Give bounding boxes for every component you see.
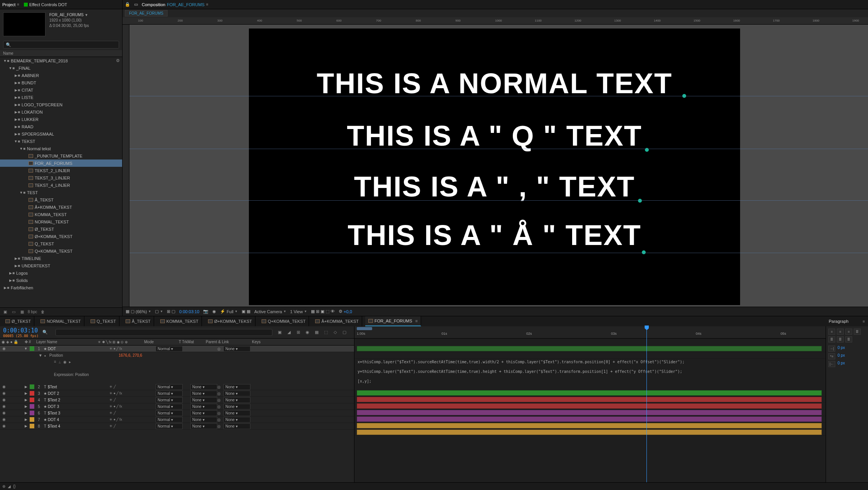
tree-item[interactable]: ▶■BUNDT (0, 79, 122, 86)
timeline-tab[interactable]: Å_TEKST (123, 316, 154, 326)
tree-item[interactable]: NORMAL_TEKST (0, 218, 122, 225)
layer-row[interactable]: ◉▶4T$Text 2✳ ╱Normal ▾None ▾◎None ▾ (0, 397, 354, 403)
toggle-in-out-icon[interactable]: {} (13, 484, 16, 488)
new-folder-icon[interactable]: ▭ (11, 309, 16, 315)
tree-item[interactable]: ▶■Farbflächen (0, 284, 122, 291)
justify-left-icon[interactable]: ≣ (854, 329, 861, 335)
dot-anchor[interactable] (638, 199, 642, 203)
tree-item[interactable]: TEKST_4_LINJER (0, 181, 122, 189)
graph-editor-icon[interactable]: ▦ (313, 329, 320, 336)
frame-blend-icon[interactable]: ⊞ (295, 329, 302, 336)
exposure[interactable]: ⚙ +0,0 (339, 309, 352, 314)
tree-item[interactable]: _PUNKTUM_TEMPLATE (0, 152, 122, 159)
layer-bar[interactable] (357, 397, 822, 402)
effect-controls-tab[interactable]: Effect Controls DOT (24, 2, 67, 7)
property-row[interactable]: ▼⬥Position1676,6, 270,6 (0, 352, 354, 359)
canvas[interactable]: THIS IS A NORMAL TEXTTHIS IS A " Q " TEX… (129, 25, 868, 307)
text-layer[interactable]: THIS IS A " Å " TEXT (249, 219, 740, 252)
preview-timecode[interactable]: 0:00:03:10 (179, 309, 199, 314)
tree-item[interactable]: FOR_AE_FORUMS (0, 159, 122, 167)
expression-line[interactable]: x=thisComp.layer("$Text").sourceRectAtTi… (354, 359, 826, 365)
col-parent[interactable]: Parent & Link (204, 340, 250, 344)
toggle-switches-icon[interactable]: ⊕ (2, 484, 5, 488)
tree-item[interactable]: ▶■UNDERTEKST (0, 262, 122, 269)
tree-item[interactable]: Q+KOMMA_TEKST (0, 247, 122, 255)
name-column-header[interactable]: Name (0, 50, 122, 57)
tree-item[interactable]: Ø_TEKST (0, 225, 122, 233)
guide-line[interactable] (129, 200, 868, 201)
text-layer[interactable]: THIS IS A " Q " TEXT (249, 119, 740, 152)
tree-item[interactable]: ▶■LOGO_TOPSCREEN (0, 101, 122, 108)
tree-item[interactable]: ▶■TIMELINE (0, 255, 122, 262)
timeline-tab[interactable]: Q_TEKST (87, 316, 119, 326)
tree-item[interactable]: TEKST_2_LINJER (0, 167, 122, 174)
tree-item[interactable]: Å+KOMMA_TEKST (0, 203, 122, 211)
expression-line[interactable]: y=thisComp.layer("$Text").sourceRectAtTi… (354, 368, 826, 375)
project-tree[interactable]: ▼■BEMAERK_TEMPLATE_2018⚙▼■_FINAL▶■AABNER… (0, 57, 122, 307)
timeline-tab[interactable]: KOMMA_TEKST (157, 316, 202, 326)
project-search[interactable]: 🔍 (3, 41, 119, 49)
col-layer-name[interactable]: Layer Name (35, 340, 96, 344)
tree-item[interactable]: ▶■LOKATION (0, 108, 122, 116)
comp-thumbnail[interactable] (3, 12, 45, 36)
interpret-icon[interactable]: ▣ (2, 309, 8, 315)
comp-flow-icon[interactable]: ▭ (133, 2, 139, 7)
tree-item[interactable]: ▶■SPOERGSMAAL (0, 130, 122, 138)
tree-item[interactable]: ▼■TEST (0, 189, 122, 196)
views-dropdown[interactable]: 1 View ▼ (290, 309, 307, 314)
toggle-modes-icon[interactable]: ◢ (8, 484, 11, 488)
tree-item[interactable]: ▼■TEKST (0, 138, 122, 145)
layer-bar[interactable] (357, 346, 822, 351)
paragraph-title[interactable]: Paragraph (829, 319, 848, 324)
col-mode[interactable]: Mode (143, 340, 177, 344)
tree-item[interactable]: ▶■LISTE (0, 94, 122, 101)
comp-name[interactable]: FOR_AE_FORUMS (49, 13, 84, 17)
bit-depth[interactable]: 8 bpc (28, 310, 37, 314)
timeline-tab[interactable]: NORMAL_TEKST (37, 316, 84, 326)
quality-dropdown[interactable]: ⚡ Full ▼ (220, 309, 238, 314)
timeline-right[interactable]: 1:00s01s02s03s04s05s x=thisComp.layer("$… (354, 326, 826, 482)
layer-row[interactable]: ◉▶8T$Text 4✳ ╱Normal ▾None ▾◎None ▾ (0, 423, 354, 430)
motion-blur-icon[interactable]: ◉ (304, 329, 311, 336)
indent-left-icon[interactable]: →| (828, 346, 835, 352)
layer-bar[interactable] (357, 410, 822, 415)
layer-bar[interactable] (357, 416, 822, 422)
tree-item[interactable]: ▼■_FINAL (0, 64, 122, 72)
time-ruler[interactable]: 1:00s01s02s03s04s05s (354, 326, 826, 339)
camera-dropdown[interactable]: Active Camera ▼ (254, 309, 286, 314)
tree-item[interactable]: TEKST_3_LINJER (0, 174, 122, 181)
justify-right-icon[interactable]: ≣ (837, 336, 844, 342)
tree-item[interactable]: ▶■Solids (0, 277, 122, 284)
shy-icon[interactable]: ◢ (285, 329, 292, 336)
grid-icon[interactable]: ⊞ ▢ (167, 309, 175, 314)
show-snapshot-icon[interactable]: ◉ (212, 309, 216, 314)
track-area[interactable]: x=thisComp.layer("$Text").sourceRectAtTi… (354, 339, 826, 482)
layer-list[interactable]: ◉▼1★DOT✳ ● ╱ fxNormal ▾◎None ▾▼⬥Position… (0, 346, 354, 430)
layer-row[interactable]: ◉▶7★DOT 4✳ ● ╱ fxNormal ▾None ▾◎None ▾ (0, 416, 354, 423)
tree-item[interactable]: ▶■AABNER (0, 72, 122, 79)
tree-item[interactable]: ▶■RAAD (0, 123, 122, 130)
brain-icon[interactable]: ⬚ (322, 329, 329, 336)
timeline-tabs[interactable]: Ø_TEKSTNORMAL_TEKSTQ_TEKSTÅ_TEKSTKOMMA_T… (0, 316, 826, 326)
timeline-timecode[interactable]: 0:00:03:10 (3, 327, 39, 334)
timeline-tab[interactable]: Q+KOMMA_TEKST (259, 316, 309, 326)
layer-bar[interactable] (357, 390, 822, 396)
roi-icon[interactable]: ▣ ▦ (242, 309, 250, 314)
expression-controls[interactable]: =⟂◉▸ (0, 359, 354, 365)
guide-line[interactable] (129, 253, 868, 253)
trash-icon[interactable]: 🗑 (40, 309, 45, 315)
timeline-tab[interactable]: Å+KOMMA_TEKST (312, 316, 362, 326)
snap-icon[interactable]: ◇ (332, 329, 339, 336)
col-keys[interactable]: Keys (250, 340, 262, 344)
align-center-icon[interactable]: ≡ (837, 329, 844, 335)
expression-line[interactable]: [x,y]; (354, 378, 826, 384)
tree-item[interactable]: ▶■CITAT (0, 86, 122, 94)
align-right-icon[interactable]: ≡ (845, 329, 852, 335)
composition-tab[interactable]: Composition FOR_AE_FORUMS ≡ (142, 2, 208, 7)
guide-line[interactable] (129, 149, 868, 149)
tree-item[interactable]: KOMMA_TEKST (0, 211, 122, 218)
indent-first-icon[interactable]: *≡ (828, 353, 835, 359)
comp-mini-icon[interactable]: ▣ (276, 329, 283, 336)
layer-row[interactable]: ◉▶5★DOT 3✳ ● ╱ fxNormal ▾None ▾◎None ▾ (0, 403, 354, 410)
layer-row[interactable]: ◉▶2T$Text✳ ╱Normal ▾None ▾◎None ▾ (0, 384, 354, 390)
